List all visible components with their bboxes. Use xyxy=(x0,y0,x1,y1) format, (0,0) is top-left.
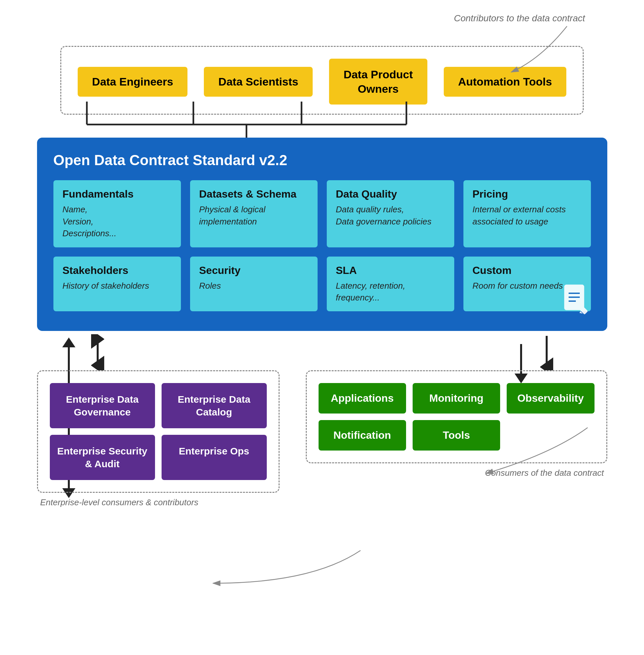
odcs-card-sla: SLA Latency, retention, frequency... xyxy=(327,257,454,312)
contributor-card-data-product-owners: Data ProductOwners xyxy=(329,59,428,104)
contributor-card-automation-tools: Automation Tools xyxy=(444,67,566,97)
odcs-card-security: Security Roles xyxy=(190,257,318,312)
contributor-card-data-scientists: Data Scientists xyxy=(204,67,313,97)
odcs-card-security-desc: Roles xyxy=(199,280,308,291)
odcs-card-data-quality-title: Data Quality xyxy=(336,188,445,200)
enterprise-card-ops: Enterprise Ops xyxy=(162,435,267,480)
odcs-card-sla-title: SLA xyxy=(336,264,445,277)
odcs-card-stakeholders-title: Stakeholders xyxy=(63,264,172,277)
contributors-dashed-box: Data Engineers Data Scientists Data Prod… xyxy=(60,46,584,115)
middle-arrow-area xyxy=(37,331,607,370)
enterprise-card-data-governance: Enterprise DataGovernance xyxy=(50,383,155,428)
odcs-card-fundamentals: Fundamentals Name,Version,Descriptions..… xyxy=(53,180,181,247)
odcs-card-pricing-title: Pricing xyxy=(473,188,582,200)
contributor-card-data-engineers: Data Engineers xyxy=(78,67,188,97)
enterprise-section: Enterprise DataGovernance Enterprise Dat… xyxy=(37,370,280,508)
app-card-notification: Notification xyxy=(319,420,406,450)
contributors-label: Contributors to the data contract xyxy=(454,13,585,24)
lower-section: Enterprise DataGovernance Enterprise Dat… xyxy=(37,370,607,508)
odcs-card-sla-desc: Latency, retention, frequency... xyxy=(336,280,445,304)
right-single-arrow xyxy=(540,334,553,370)
consumers-label: Consumers of the data contract xyxy=(485,468,604,478)
enterprise-dashed-box: Enterprise DataGovernance Enterprise Dat… xyxy=(37,370,280,493)
diagram-container: Contributors to the data contract Data E… xyxy=(0,0,644,655)
odcs-box: Open Data Contract Standard v2.2 Fundame… xyxy=(37,138,607,331)
odcs-card-datasets-schema-title: Datasets & Schema xyxy=(199,188,308,200)
odcs-card-security-title: Security xyxy=(199,264,308,277)
odcs-card-data-quality: Data Quality Data quality rules,Data gov… xyxy=(327,180,454,247)
odcs-card-custom-title: Custom xyxy=(473,264,582,277)
applications-dashed-box: Applications Monitoring Observability No… xyxy=(306,370,607,463)
odcs-card-pricing: Pricing Internal or external costs assoc… xyxy=(463,180,591,247)
odcs-card-pricing-desc: Internal or external costs associated to… xyxy=(473,204,582,227)
applications-section: Applications Monitoring Observability No… xyxy=(306,370,607,478)
odcs-card-datasets-schema: Datasets & Schema Physical & logical imp… xyxy=(190,180,318,247)
enterprise-contributors-label: Enterprise-level consumers & contributor… xyxy=(40,497,280,508)
contributors-section: Data Engineers Data Scientists Data Prod… xyxy=(33,46,611,115)
odcs-title: Open Data Contract Standard v2.2 xyxy=(53,152,591,168)
odcs-card-datasets-schema-desc: Physical & logical implementation xyxy=(199,204,308,227)
odcs-card-fundamentals-title: Fundamentals xyxy=(63,188,172,200)
enterprise-card-data-catalog: Enterprise DataCatalog xyxy=(162,383,267,428)
document-edit-icon xyxy=(561,283,594,323)
odcs-card-stakeholders: Stakeholders History of stakeholders xyxy=(53,257,181,312)
app-card-observability: Observability xyxy=(507,383,594,414)
left-double-arrow xyxy=(91,334,104,370)
app-card-monitoring: Monitoring xyxy=(413,383,500,414)
odcs-grid: Fundamentals Name,Version,Descriptions..… xyxy=(53,180,591,311)
odcs-card-stakeholders-desc: History of stakeholders xyxy=(63,280,172,291)
odcs-card-data-quality-desc: Data quality rules,Data governance polic… xyxy=(336,204,445,227)
odcs-card-fundamentals-desc: Name,Version,Descriptions... xyxy=(63,204,172,239)
app-card-applications: Applications xyxy=(319,383,406,414)
enterprise-card-security-audit: Enterprise Security& Audit xyxy=(50,435,155,480)
app-card-tools: Tools xyxy=(413,420,500,450)
